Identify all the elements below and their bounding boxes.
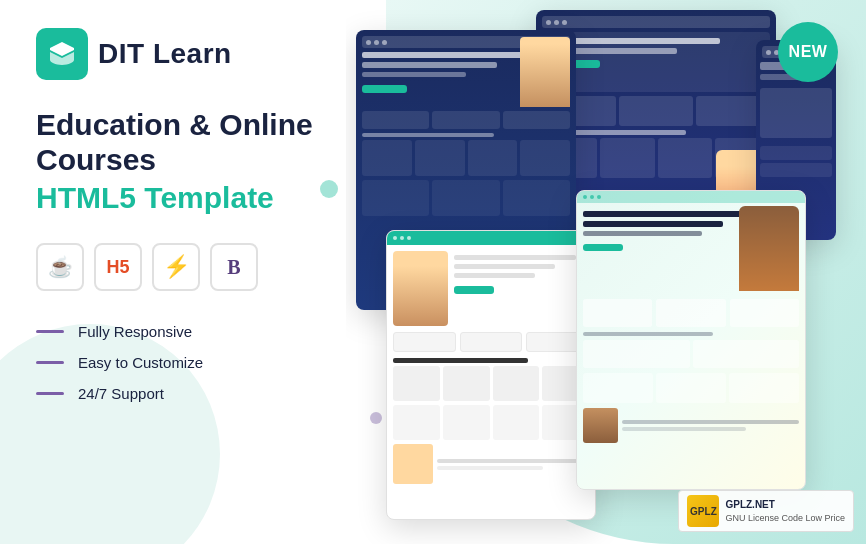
mockup-1-dot-3 bbox=[382, 40, 387, 45]
mockup-4-footer-img bbox=[583, 408, 618, 443]
new-badge: NEW bbox=[778, 22, 838, 82]
mockup-5-card2 bbox=[760, 163, 832, 177]
mockup-2-hero bbox=[542, 32, 770, 92]
mockup-4-f-line1 bbox=[622, 420, 799, 424]
mockup-4-b-1 bbox=[583, 373, 653, 403]
watermark-logo: GPLZ bbox=[687, 495, 719, 527]
logo-row: DIT Learn bbox=[36, 28, 364, 80]
mockup-3-b-line2 bbox=[437, 466, 543, 470]
feature-text-2: Easy to Customize bbox=[78, 354, 203, 371]
mockup-4-dot-1 bbox=[583, 195, 587, 199]
mockup-1-more bbox=[362, 180, 570, 216]
mockup-1-line3 bbox=[362, 72, 466, 77]
mockup-4-cards bbox=[583, 299, 799, 327]
mockup-3-stat-2 bbox=[460, 332, 523, 352]
mockup-1-section-label bbox=[362, 133, 494, 137]
new-badge-text: NEW bbox=[789, 43, 828, 61]
mockup-5-dot-1 bbox=[766, 50, 771, 55]
mockup-3-btn bbox=[454, 286, 494, 294]
headline-main: Education & Online Courses bbox=[36, 108, 364, 177]
feature-text-1: Fully Responsive bbox=[78, 323, 192, 340]
headline-sub: HTML5 Template bbox=[36, 181, 364, 215]
feature-dash-3 bbox=[36, 392, 64, 395]
mockup-2-course-2 bbox=[600, 138, 655, 178]
mockup-2-dot-3 bbox=[562, 20, 567, 25]
mockup-2-dot-2 bbox=[554, 20, 559, 25]
logo-icon bbox=[36, 28, 88, 80]
mockup-4-b-3 bbox=[729, 373, 799, 403]
mockup-3-dot-2 bbox=[400, 236, 404, 240]
mockup-5-img bbox=[760, 88, 832, 138]
mockup-3-tut-7 bbox=[493, 405, 540, 440]
mockup-1-person bbox=[520, 37, 570, 107]
mockup-4-section bbox=[583, 332, 799, 368]
mockup-4-b-2 bbox=[656, 373, 726, 403]
feature-text-3: 24/7 Support bbox=[78, 385, 164, 402]
mockup-3-dot-1 bbox=[393, 236, 397, 240]
tech-icons-row: ☕ H5 ⚡ B bbox=[36, 243, 364, 291]
mockup-4-hero bbox=[583, 211, 799, 291]
logo-text: DIT Learn bbox=[98, 38, 232, 70]
right-panel: NEW bbox=[346, 0, 866, 544]
mockup-1-stat-1 bbox=[362, 111, 429, 129]
mockup-4-footer-inner bbox=[583, 408, 799, 443]
mockup-4-card-1 bbox=[583, 299, 652, 327]
bolt-icon-box: ⚡ bbox=[152, 243, 200, 291]
mockup-1-stat-3 bbox=[503, 111, 570, 129]
feature-list: Fully Responsive Easy to Customize 24/7 … bbox=[36, 323, 364, 402]
mockup-1-more-1 bbox=[362, 180, 429, 216]
mockup-3-tutorials-label bbox=[393, 358, 528, 363]
feature-dash-1 bbox=[36, 330, 64, 333]
mockup-3-line3 bbox=[454, 273, 535, 278]
mockup-4-card-3 bbox=[730, 299, 799, 327]
mockup-3-tut-5 bbox=[393, 405, 440, 440]
mockup-3-b-line1 bbox=[437, 459, 589, 463]
mockup-3-tutorials bbox=[393, 366, 589, 401]
mockup-4-header bbox=[577, 191, 805, 203]
mockup-3-person bbox=[393, 251, 448, 326]
feature-item-3: 24/7 Support bbox=[36, 385, 364, 402]
mockup-3-stats bbox=[393, 332, 589, 352]
mockup-4-card-2 bbox=[656, 299, 725, 327]
mockup-4-person bbox=[739, 206, 799, 291]
mockup-4-dot-3 bbox=[597, 195, 601, 199]
mockup-screen-3 bbox=[386, 230, 596, 520]
mockup-4-sub bbox=[583, 231, 702, 236]
feature-dash-2 bbox=[36, 361, 64, 364]
mockup-4-sub-1 bbox=[583, 340, 690, 368]
watermark-tagline: GNU License Code Low Price bbox=[725, 512, 845, 525]
mockup-3-bottom-text bbox=[437, 459, 589, 470]
mockup-1-stat-2 bbox=[432, 111, 499, 129]
mockup-4-footer bbox=[583, 408, 799, 443]
mockup-3-tut-6 bbox=[443, 405, 490, 440]
mockup-1-course-4 bbox=[520, 140, 570, 176]
mockup-3-tut-3 bbox=[493, 366, 540, 401]
html5-icon-box: H5 bbox=[94, 243, 142, 291]
mockup-4-title1 bbox=[583, 211, 745, 217]
mockup-screen-4 bbox=[576, 190, 806, 490]
mockup-3-text bbox=[454, 251, 589, 326]
mockup-5-card1 bbox=[760, 146, 832, 160]
mockup-1-btn bbox=[362, 85, 407, 93]
mockup-3-header bbox=[387, 231, 595, 245]
left-panel: DIT Learn Education & Online Courses HTM… bbox=[0, 0, 400, 544]
mockup-3-dot-3 bbox=[407, 236, 411, 240]
mockup-1-more-3 bbox=[503, 180, 570, 216]
mockup-3-stat-1 bbox=[393, 332, 456, 352]
mockup-3-tut-1 bbox=[393, 366, 440, 401]
java-icon-box: ☕ bbox=[36, 243, 84, 291]
mockup-1-line2 bbox=[362, 62, 497, 68]
mockup-1-hero bbox=[362, 52, 570, 107]
mockup-2-card-2 bbox=[619, 96, 693, 126]
watermark-site: GPLZ.NET bbox=[725, 498, 845, 512]
mockup-3-more-tuts bbox=[393, 405, 589, 440]
mockup-3-hero bbox=[393, 251, 589, 326]
mockup-2-header bbox=[542, 16, 770, 28]
mockup-3-tut-2 bbox=[443, 366, 490, 401]
mockup-2-cards bbox=[542, 96, 770, 126]
mockup-1-dot-1 bbox=[366, 40, 371, 45]
feature-item-2: Easy to Customize bbox=[36, 354, 364, 371]
mockup-4-subcards bbox=[583, 340, 799, 368]
mockup-4-footer-text bbox=[622, 420, 799, 431]
mockup-4-section-label bbox=[583, 332, 713, 336]
